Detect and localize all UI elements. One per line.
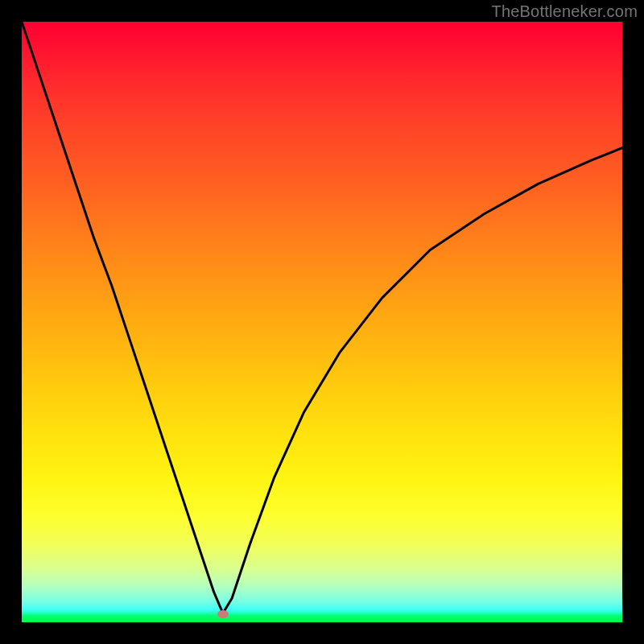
plot-area [22,22,622,622]
chart-frame: TheBottleneker.com [0,0,644,644]
bottleneck-curve [22,22,622,613]
curve-layer [22,22,622,622]
watermark-text: TheBottleneker.com [492,2,638,21]
minimum-marker [217,610,229,618]
